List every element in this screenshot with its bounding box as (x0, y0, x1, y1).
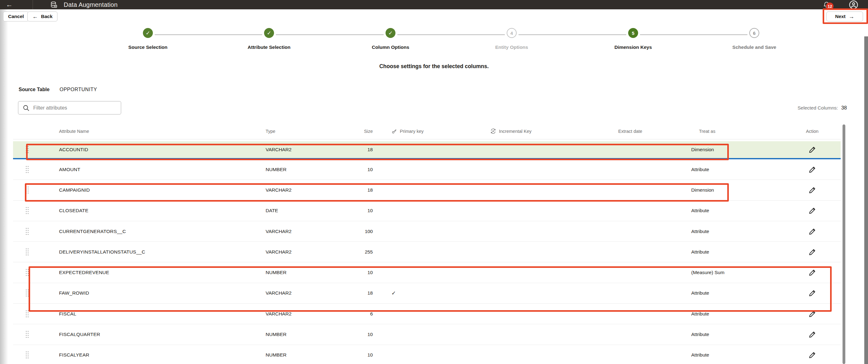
edit-button[interactable] (784, 166, 841, 174)
drag-handle[interactable] (13, 248, 46, 256)
step-label: Source Selection (101, 45, 194, 50)
cell-attribute-name: DELIVERYINSTALLATIONSTATUS__C (46, 249, 253, 255)
page-scrollbar[interactable] (864, 36, 868, 364)
pencil-icon (808, 351, 816, 359)
cell-attribute-name: EXPECTEDREVENUE (46, 270, 253, 275)
drag-handle[interactable] (13, 289, 46, 297)
pencil-icon (808, 248, 816, 256)
drag-handle[interactable] (13, 146, 46, 154)
edit-button[interactable] (784, 206, 841, 215)
cell-type: DATE (253, 208, 346, 214)
cell-type: VARCHAR2 (253, 187, 346, 193)
pencil-icon (808, 166, 816, 174)
drag-handle[interactable] (13, 227, 46, 235)
step-number: 4 (507, 28, 517, 38)
step-number: 5 (628, 28, 638, 38)
table-row[interactable]: CLOSEDATE DATE 10 Attribute (13, 201, 841, 221)
cell-treat-as: Attribute (681, 167, 784, 172)
back-arrow-icon[interactable]: ← (0, 0, 19, 9)
step-entity-options[interactable]: 4Entity Options (465, 28, 558, 50)
edit-button[interactable] (784, 146, 841, 154)
cell-treat-as: Attribute (681, 290, 784, 296)
table-row[interactable]: FAW_ROWID VARCHAR2 18 ✓ Attribute (13, 283, 841, 304)
edit-button[interactable] (784, 310, 841, 318)
table-row[interactable]: FISCALQUARTER NUMBER 10 Attribute (13, 324, 841, 345)
cell-treat-as: (Measure) Sum (681, 270, 784, 275)
step-check-icon: ✓ (264, 28, 274, 38)
cell-type: NUMBER (253, 332, 346, 337)
step-schedule-and-save[interactable]: 6Schedule and Save (708, 28, 801, 50)
table-row[interactable]: AMOUNT NUMBER 10 Attribute (13, 159, 841, 180)
cell-attribute-name: FISCALQUARTER (46, 332, 253, 337)
drag-handle[interactable] (13, 351, 46, 359)
cell-size: 6 (346, 311, 375, 317)
table-row[interactable]: EXPECTEDREVENUE NUMBER 10 (Measure) Sum (13, 262, 841, 283)
selected-columns-count: 38 (841, 105, 847, 110)
step-label: Schedule and Save (708, 45, 801, 50)
step-dimension-keys[interactable]: 5Dimension Keys (587, 28, 680, 50)
drag-handle[interactable] (13, 166, 46, 174)
next-button[interactable]: Next → (826, 11, 863, 22)
cell-type: NUMBER (253, 270, 346, 275)
avatar-icon (849, 0, 858, 9)
step-label: Dimension Keys (587, 45, 680, 50)
grip-dots-icon (26, 146, 29, 154)
step-label: Column Options (344, 45, 437, 50)
drag-handle[interactable] (13, 269, 46, 277)
step-attribute-selection[interactable]: ✓Attribute Selection (222, 28, 316, 50)
cell-size: 18 (346, 187, 375, 193)
table-row[interactable]: CAMPAIGNID VARCHAR2 18 Dimension (13, 180, 841, 200)
edit-button[interactable] (784, 186, 841, 194)
edit-button[interactable] (784, 330, 841, 338)
step-check-icon: ✓ (385, 28, 396, 38)
drag-handle[interactable] (13, 310, 46, 318)
table-row[interactable]: FISCALYEAR NUMBER 10 Attribute (13, 345, 841, 364)
table-row[interactable]: CURRENTGENERATORS__C VARCHAR2 100 Attrib… (13, 221, 841, 242)
table-scrollbar[interactable] (842, 124, 845, 364)
cell-size: 18 (346, 290, 375, 296)
cancel-button[interactable]: Cancel (3, 11, 29, 22)
cell-type: VARCHAR2 (253, 147, 346, 152)
table-body: ACCOUNTID VARCHAR2 18 Dimension AMOUNT (13, 141, 841, 364)
cell-attribute-name: FISCAL (46, 311, 253, 317)
cell-attribute-name: FAW_ROWID (46, 290, 253, 296)
pencil-icon (808, 227, 816, 235)
step-column-options[interactable]: ✓Column Options (344, 28, 437, 50)
step-check-icon: ✓ (143, 28, 153, 38)
table-header: Attribute Name Type Size Primary key Inc… (13, 123, 841, 139)
notifications-button[interactable]: 12 (822, 0, 831, 9)
edit-button[interactable] (784, 248, 841, 256)
cell-treat-as: Attribute (681, 229, 784, 234)
edit-button[interactable] (784, 351, 841, 359)
edit-button[interactable] (784, 269, 841, 277)
cell-treat-as: Attribute (681, 208, 784, 214)
grip-dots-icon (26, 289, 29, 297)
cell-size: 10 (346, 208, 375, 214)
arrow-right-icon: → (849, 13, 854, 20)
edit-button[interactable] (784, 289, 841, 297)
avatar[interactable] (849, 0, 858, 9)
cell-type: VARCHAR2 (253, 249, 346, 255)
grip-dots-icon (26, 351, 29, 359)
back-button[interactable]: ← Back (27, 11, 58, 22)
table-row[interactable]: FISCAL VARCHAR2 6 Attribute (13, 304, 841, 324)
table-row[interactable]: ACCOUNTID VARCHAR2 18 Dimension (13, 141, 841, 159)
table-row[interactable]: DELIVERYINSTALLATIONSTATUS__C VARCHAR2 2… (13, 242, 841, 262)
selected-columns: Selected Columns: 38 (798, 105, 847, 111)
key-icon (392, 129, 397, 134)
edit-button[interactable] (784, 227, 841, 235)
grip-dots-icon (26, 248, 29, 256)
cell-treat-as: Attribute (681, 311, 784, 317)
pencil-icon (808, 146, 816, 154)
left-edge-shadow (0, 9, 8, 364)
drag-handle[interactable] (13, 330, 46, 338)
step-source-selection[interactable]: ✓Source Selection (101, 28, 194, 50)
back-label: Back (41, 14, 53, 19)
pencil-icon (808, 186, 816, 194)
filter-attributes-input[interactable] (33, 105, 121, 111)
grip-dots-icon (26, 269, 29, 277)
cell-treat-as: Attribute (681, 249, 784, 255)
drag-handle[interactable] (13, 206, 46, 215)
drag-handle[interactable] (13, 186, 46, 194)
search-icon (23, 105, 30, 111)
